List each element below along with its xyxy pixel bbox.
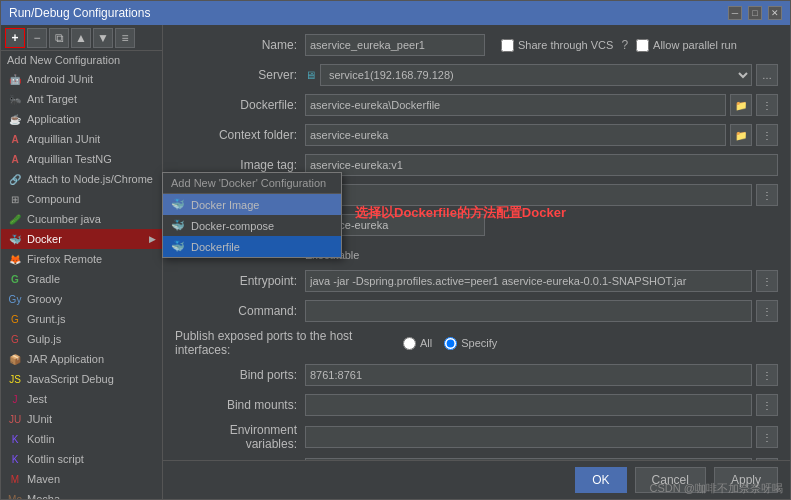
js-debug-icon: JS [7, 371, 23, 387]
context-folder-label: Context folder: [175, 128, 305, 142]
sidebar-item-firefox-remote[interactable]: 🦊 Firefox Remote [1, 249, 162, 269]
command-settings-button[interactable]: ⋮ [756, 300, 778, 322]
docker-icon: 🐳 [7, 231, 23, 247]
server-select[interactable]: service1(192.168.79.128) [320, 64, 752, 86]
main-content: + − ⧉ ▲ ▼ ≡ Add New Configuration 🤖 Andr… [1, 25, 790, 499]
submenu-item-docker-image[interactable]: 🐳 Docker Image [163, 194, 341, 215]
sidebar-item-grunt-js[interactable]: G Grunt.js [1, 309, 162, 329]
sidebar-item-javascript-debug[interactable]: JS JavaScript Debug [1, 369, 162, 389]
submenu-item-docker-compose[interactable]: 🐳 Docker-compose [163, 215, 341, 236]
dockerfile-field: 📁 ⋮ [305, 94, 778, 116]
bind-mounts-button[interactable]: ⋮ [756, 394, 778, 416]
entrypoint-input[interactable] [305, 270, 752, 292]
sidebar-item-arquillian-testng[interactable]: A Arquillian TestNG [1, 149, 162, 169]
container-name-field [305, 214, 778, 236]
name-label: Name: [175, 38, 305, 52]
minimize-button[interactable]: ─ [728, 6, 742, 20]
sidebar-item-mocha[interactable]: Mo Mocha [1, 489, 162, 499]
close-button[interactable]: ✕ [768, 6, 782, 20]
bind-ports-label: Bind ports: [175, 368, 305, 382]
name-field: Share through VCS ? Allow parallel run [305, 34, 778, 56]
env-vars-row: Environment variables: ⋮ [175, 423, 778, 451]
docker-submenu-arrow: ▶ [149, 234, 156, 244]
sidebar-item-cucumber-java[interactable]: 🥒 Cucumber java [1, 209, 162, 229]
bind-ports-button[interactable]: ⋮ [756, 364, 778, 386]
sidebar: + − ⧉ ▲ ▼ ≡ Add New Configuration 🤖 Andr… [1, 25, 163, 499]
sidebar-item-jest[interactable]: J Jest [1, 389, 162, 409]
sidebar-list: 🤖 Android JUnit 🐜 Ant Target ☕ Applicati… [1, 69, 162, 499]
image-tag-field [305, 154, 778, 176]
dockerfile-settings-button[interactable]: ⋮ [756, 94, 778, 116]
move-up-button[interactable]: ▲ [71, 28, 91, 48]
publish-all-radio[interactable] [403, 337, 416, 350]
image-tag-label: Image tag: [175, 158, 305, 172]
sidebar-item-docker[interactable]: 🐳 Docker ▶ [1, 229, 162, 249]
context-browse-button[interactable]: 📁 [730, 124, 752, 146]
sidebar-item-compound[interactable]: ⊞ Compound [1, 189, 162, 209]
publish-specify-radio[interactable] [444, 337, 457, 350]
env-vars-input[interactable] [305, 426, 752, 448]
allow-parallel-checkbox[interactable] [636, 39, 649, 52]
sidebar-item-arquillian-junit[interactable]: A Arquillian JUnit [1, 129, 162, 149]
image-tag-input[interactable] [305, 154, 778, 176]
groovy-icon: Gy [7, 291, 23, 307]
sidebar-item-android-junit[interactable]: 🤖 Android JUnit [1, 69, 162, 89]
sidebar-item-attach-node[interactable]: 🔗 Attach to Node.js/Chrome [1, 169, 162, 189]
sidebar-item-maven[interactable]: M Maven [1, 469, 162, 489]
server-settings-button[interactable]: … [756, 64, 778, 86]
sidebar-item-kotlin[interactable]: K Kotlin [1, 429, 162, 449]
share-vcs-checkbox[interactable] [501, 39, 514, 52]
sidebar-item-application[interactable]: ☕ Application [1, 109, 162, 129]
sidebar-item-ant-target[interactable]: 🐜 Ant Target [1, 89, 162, 109]
dockerfile-browse-button[interactable]: 📁 [730, 94, 752, 116]
submenu-item-dockerfile[interactable]: 🐳 Dockerfile [163, 236, 341, 257]
name-input[interactable] [305, 34, 485, 56]
build-args-field: ⋮ [305, 184, 778, 206]
command-label: Command: [175, 304, 305, 318]
build-args-input[interactable] [305, 184, 752, 206]
env-vars-button[interactable]: ⋮ [756, 426, 778, 448]
bind-ports-row: Bind ports: ⋮ [175, 363, 778, 387]
bind-mounts-input[interactable] [305, 394, 752, 416]
copy-config-button[interactable]: ⧉ [49, 28, 69, 48]
sort-button[interactable]: ≡ [115, 28, 135, 48]
maximize-button[interactable]: □ [748, 6, 762, 20]
sidebar-item-kotlin-script[interactable]: K Kotlin script [1, 449, 162, 469]
sidebar-item-junit[interactable]: JU JUnit [1, 409, 162, 429]
dockerfile-input[interactable] [305, 94, 726, 116]
context-settings-button[interactable]: ⋮ [756, 124, 778, 146]
compound-icon: ⊞ [7, 191, 23, 207]
sidebar-item-jar-application[interactable]: 📦 JAR Application [1, 349, 162, 369]
sidebar-item-gradle[interactable]: G Gradle [1, 269, 162, 289]
command-input[interactable] [305, 300, 752, 322]
publish-all-label: All [403, 337, 432, 350]
entrypoint-row: Entrypoint: ⋮ [175, 269, 778, 293]
gradle-icon: G [7, 271, 23, 287]
build-args-button[interactable]: ⋮ [756, 184, 778, 206]
arquillian-testng-icon: A [7, 151, 23, 167]
apply-button[interactable]: Apply [714, 467, 778, 493]
submenu-header: Add New 'Docker' Configuration [163, 173, 341, 194]
dockerfile-label: Dockerfile: [175, 98, 305, 112]
bind-ports-input[interactable] [305, 364, 752, 386]
context-folder-input[interactable] [305, 124, 726, 146]
entrypoint-field: ⋮ [305, 270, 778, 292]
command-row: Command: ⋮ [175, 299, 778, 323]
cancel-button[interactable]: Cancel [635, 467, 706, 493]
share-vcs-label: Share through VCS [501, 39, 613, 52]
maven-icon: M [7, 471, 23, 487]
run-debug-dialog: Run/Debug Configurations ─ □ ✕ + − ⧉ ▲ ▼… [0, 0, 791, 500]
sidebar-item-gulp-js[interactable]: G Gulp.js [1, 329, 162, 349]
add-config-button[interactable]: + [5, 28, 25, 48]
sidebar-item-groovy[interactable]: Gy Groovy [1, 289, 162, 309]
move-down-button[interactable]: ▼ [93, 28, 113, 48]
publish-ports-label: Publish exposed ports to the host interf… [175, 329, 395, 357]
gulp-icon: G [7, 331, 23, 347]
context-folder-row: Context folder: 📁 ⋮ [175, 123, 778, 147]
server-icon: 🖥 [305, 69, 316, 81]
server-row: Server: 🖥 service1(192.168.79.128) … [175, 63, 778, 87]
ok-button[interactable]: OK [575, 467, 626, 493]
remove-config-button[interactable]: − [27, 28, 47, 48]
name-row: Name: Share through VCS ? Allow parall [175, 33, 778, 57]
entrypoint-settings-button[interactable]: ⋮ [756, 270, 778, 292]
